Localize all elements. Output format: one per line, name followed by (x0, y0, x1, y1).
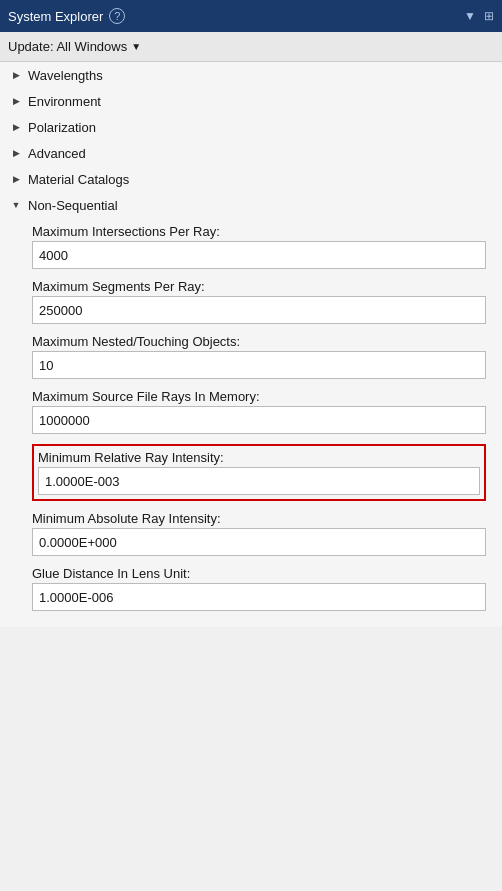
field-max-source-file: Maximum Source File Rays In Memory: (32, 389, 486, 434)
sidebar-item-label: Non-Sequential (28, 198, 118, 213)
field-label-min-relative-intensity: Minimum Relative Ray Intensity: (38, 450, 480, 465)
update-label: Update: All Windows (8, 39, 127, 54)
sidebar-item-non-sequential[interactable]: ▼ Non-Sequential (0, 192, 502, 218)
chevron-right-icon: ▶ (8, 145, 24, 161)
field-label-max-intersections: Maximum Intersections Per Ray: (32, 224, 486, 239)
non-sequential-content: Maximum Intersections Per Ray: Maximum S… (0, 218, 502, 627)
toolbar: Update: All Windows ▼ (0, 32, 502, 62)
field-input-max-source-file[interactable] (32, 406, 486, 434)
field-label-max-nested: Maximum Nested/Touching Objects: (32, 334, 486, 349)
field-max-segments: Maximum Segments Per Ray: (32, 279, 486, 324)
field-max-intersections: Maximum Intersections Per Ray: (32, 224, 486, 269)
field-input-max-intersections[interactable] (32, 241, 486, 269)
field-glue-distance: Glue Distance In Lens Unit: (32, 566, 486, 611)
field-input-min-relative-intensity[interactable] (38, 467, 480, 495)
dropdown-icon[interactable]: ▼ (464, 9, 476, 23)
pin-icon[interactable]: ⊞ (484, 9, 494, 23)
sidebar-item-label: Material Catalogs (28, 172, 129, 187)
update-button[interactable]: Update: All Windows ▼ (8, 39, 141, 54)
chevron-down-icon: ▼ (8, 197, 24, 213)
field-max-nested: Maximum Nested/Touching Objects: (32, 334, 486, 379)
field-input-max-nested[interactable] (32, 351, 486, 379)
title-bar-title: System Explorer (8, 9, 103, 24)
panel: ▶ Wavelengths ▶ Environment ▶ Polarizati… (0, 62, 502, 627)
title-bar-left: System Explorer ? (8, 8, 125, 24)
sidebar-item-label: Wavelengths (28, 68, 103, 83)
field-min-relative-intensity: Minimum Relative Ray Intensity: (32, 444, 486, 501)
chevron-right-icon: ▶ (8, 119, 24, 135)
field-input-min-absolute-intensity[interactable] (32, 528, 486, 556)
chevron-right-icon: ▶ (8, 93, 24, 109)
sidebar-item-material-catalogs[interactable]: ▶ Material Catalogs (0, 166, 502, 192)
sidebar-item-label: Environment (28, 94, 101, 109)
chevron-right-icon: ▶ (8, 67, 24, 83)
field-input-max-segments[interactable] (32, 296, 486, 324)
update-dropdown-arrow: ▼ (131, 41, 141, 52)
sidebar-item-label: Advanced (28, 146, 86, 161)
title-bar: System Explorer ? ▼ ⊞ (0, 0, 502, 32)
field-label-max-segments: Maximum Segments Per Ray: (32, 279, 486, 294)
sidebar-item-advanced[interactable]: ▶ Advanced (0, 140, 502, 166)
field-input-glue-distance[interactable] (32, 583, 486, 611)
sidebar-item-label: Polarization (28, 120, 96, 135)
title-bar-icons: ▼ ⊞ (464, 9, 494, 23)
field-label-glue-distance: Glue Distance In Lens Unit: (32, 566, 486, 581)
sidebar-item-wavelengths[interactable]: ▶ Wavelengths (0, 62, 502, 88)
chevron-right-icon: ▶ (8, 171, 24, 187)
help-button[interactable]: ? (109, 8, 125, 24)
sidebar-item-environment[interactable]: ▶ Environment (0, 88, 502, 114)
field-label-min-absolute-intensity: Minimum Absolute Ray Intensity: (32, 511, 486, 526)
field-label-max-source-file: Maximum Source File Rays In Memory: (32, 389, 486, 404)
field-min-absolute-intensity: Minimum Absolute Ray Intensity: (32, 511, 486, 556)
sidebar-item-polarization[interactable]: ▶ Polarization (0, 114, 502, 140)
